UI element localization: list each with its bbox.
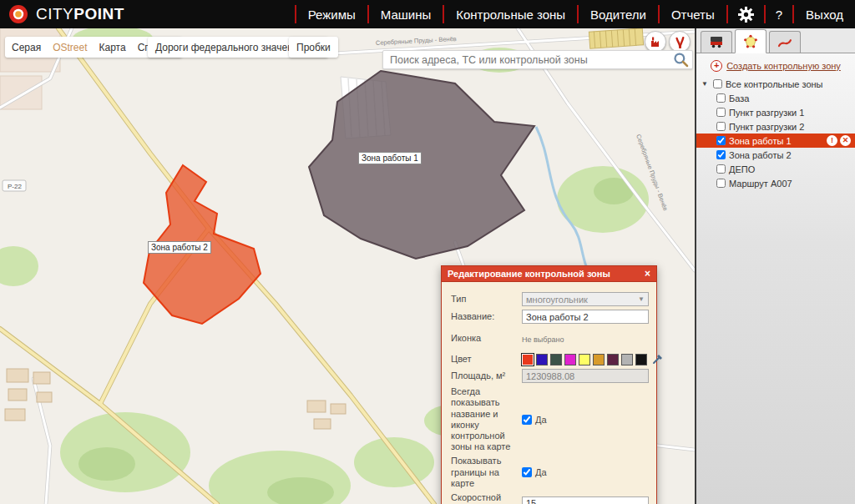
route-a007-checkbox[interactable]	[716, 179, 726, 188]
color-swatch-yellow[interactable]	[579, 354, 590, 365]
create-zone-link-text: Создать контрольную зону	[726, 61, 841, 71]
zone-name-input[interactable]	[522, 310, 649, 324]
name-label: Название:	[451, 311, 522, 322]
nav-item-reports[interactable]: Отчеты	[658, 5, 726, 23]
area-label: Площадь, м²	[451, 370, 522, 381]
color-swatch-plum[interactable]	[607, 354, 619, 365]
help-button[interactable]: ?	[764, 5, 792, 23]
tree-item-workzone2[interactable]: Зона работы 2	[696, 148, 855, 162]
zones-tree: ▼ Все контрольные зоны База Пункт разгру…	[696, 77, 855, 190]
always-show-yes: Да	[535, 415, 547, 425]
traffic-toggle[interactable]: Пробки	[289, 37, 338, 58]
color-swatch-gray[interactable]	[621, 354, 633, 365]
sidebar-tabs	[696, 28, 855, 53]
eyedropper-icon[interactable]	[651, 353, 664, 365]
depo-checkbox[interactable]	[716, 164, 726, 174]
tree-item-label: Все контрольные зоны	[726, 79, 823, 89]
all-zones-checkbox[interactable]	[713, 79, 722, 88]
brand-city: CITY	[36, 5, 73, 23]
layer-karta[interactable]: Карта	[99, 42, 126, 53]
create-zone-link[interactable]: + Создать контрольную зону	[696, 53, 855, 77]
right-sidebar: + Создать контрольную зону ▼ Все контрол…	[695, 28, 855, 504]
chevron-down-icon: ▼	[638, 295, 645, 303]
speed-input[interactable]	[522, 496, 649, 504]
nav-item-drivers[interactable]: Водители	[577, 5, 658, 23]
always-show-control: Да	[522, 415, 649, 425]
tree-item-workzone1[interactable]: Зона работы 1 ! ✕	[696, 134, 855, 148]
tab-routes[interactable]	[769, 31, 801, 53]
icon-not-chosen-button[interactable]: Не выбрано	[522, 333, 649, 344]
zone-polygon-icon	[743, 34, 758, 49]
farm-building	[589, 28, 643, 48]
nav-item-control-zones[interactable]: Контрольные зоны	[443, 5, 577, 23]
tree-item-label: База	[729, 93, 749, 103]
logout-button[interactable]: Выход	[792, 5, 855, 23]
unload1-checkbox[interactable]	[716, 108, 726, 117]
dialog-body: Тип многоугольник ▼ Название: Иконка Не …	[442, 282, 656, 504]
citypoint-logo-icon	[8, 4, 28, 24]
color-swatch-darkgreen[interactable]	[550, 354, 562, 365]
map-search	[382, 50, 693, 69]
area-input	[522, 369, 649, 383]
color-swatch-orange[interactable]	[593, 354, 605, 365]
svg-text:Р-22: Р-22	[8, 183, 22, 190]
baza-checkbox[interactable]	[716, 93, 726, 103]
top-navbar: CITYPOINT Режимы Машины Контрольные зоны…	[0, 0, 855, 28]
show-borders-yes: Да	[535, 467, 547, 477]
tree-item-unload1[interactable]: Пункт разгрузки 1	[696, 105, 855, 119]
dialog-title: Редактирование контрольной зоны	[448, 269, 610, 279]
tree-item-all-zones[interactable]: ▼ Все контрольные зоны	[696, 77, 855, 91]
truck-icon	[708, 36, 725, 48]
tree-item-label: Зона работы 1	[729, 136, 792, 146]
workzone2-checkbox[interactable]	[716, 150, 726, 159]
factory-icon	[650, 36, 662, 48]
color-swatch-black[interactable]	[635, 354, 647, 365]
tree-item-depo[interactable]: ДЕПО	[696, 162, 855, 176]
always-show-label: Всегда показывать название и иконку конт…	[451, 386, 522, 452]
unload2-checkbox[interactable]	[716, 122, 726, 131]
brand-text: CITYPOINT	[36, 5, 124, 23]
tree-item-label: Пункт разгрузки 2	[729, 122, 804, 132]
always-show-checkbox[interactable]	[522, 415, 532, 425]
show-borders-label: Показывать границы на карте	[451, 456, 522, 489]
color-swatch-red[interactable]	[522, 354, 534, 365]
nav-item-vehicles[interactable]: Машины	[367, 5, 443, 23]
icon-label: Иконка	[451, 333, 522, 344]
tree-expand-icon[interactable]: ▼	[701, 80, 710, 88]
tree-item-unload2[interactable]: Пункт разгрузки 2	[696, 119, 855, 134]
selected-row-actions: ! ✕	[827, 135, 855, 146]
settings-gear-icon[interactable]	[726, 5, 764, 23]
zone-type-value: многоугольник	[526, 295, 588, 305]
zone-delete-icon[interactable]: ✕	[840, 135, 851, 146]
tree-item-label: Зона работы 2	[729, 150, 792, 160]
nav-menu: Режимы Машины Контрольные зоны Водители …	[295, 0, 855, 28]
layer-ostreet[interactable]: OStreet	[53, 42, 87, 53]
tree-item-label: ДЕПО	[729, 164, 755, 174]
tab-vehicles[interactable]	[701, 31, 732, 53]
edit-zone-dialog: Редактирование контрольной зоны × Тип мн…	[441, 265, 657, 504]
zone-label-work2: Зона работы 2	[148, 241, 211, 254]
color-swatch-blue[interactable]	[536, 354, 548, 365]
zone-type-select[interactable]: многоугольник ▼	[522, 292, 649, 306]
brand-logo: CITYPOINT	[0, 4, 124, 24]
color-label: Цвет	[451, 354, 522, 365]
zone-info-icon[interactable]: !	[827, 135, 837, 146]
tree-item-route-a007[interactable]: Маршрут А007	[696, 176, 855, 190]
workzone1-checkbox[interactable]	[716, 136, 726, 145]
color-swatch-magenta[interactable]	[564, 354, 576, 365]
color-palette	[522, 353, 664, 365]
route-fork-icon	[674, 36, 686, 48]
tab-control-zones[interactable]	[735, 29, 766, 53]
tree-item-baza[interactable]: База	[696, 91, 855, 105]
nav-item-modes[interactable]: Режимы	[295, 5, 367, 23]
show-borders-control: Да	[522, 467, 649, 477]
dialog-close-icon[interactable]: ×	[645, 269, 650, 279]
layer-gray[interactable]: Серая	[12, 42, 41, 53]
show-borders-checkbox[interactable]	[522, 467, 532, 477]
brand-point: POINT	[73, 5, 124, 23]
type-label: Тип	[451, 294, 522, 305]
search-icon[interactable]	[673, 52, 690, 68]
search-input[interactable]	[383, 52, 673, 68]
dialog-header: Редактирование контрольной зоны ×	[442, 266, 656, 282]
tree-item-label: Маршрут А007	[729, 179, 792, 189]
